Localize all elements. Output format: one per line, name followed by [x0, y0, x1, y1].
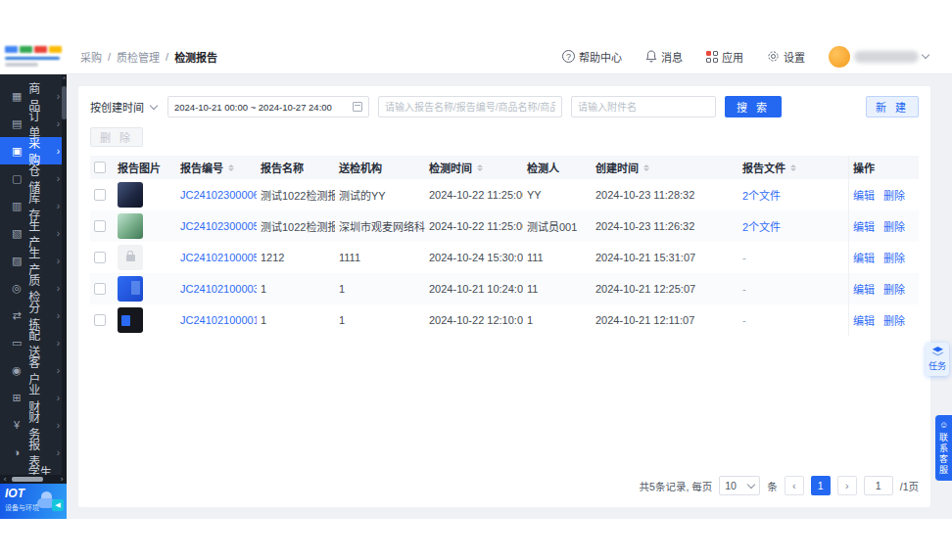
row-checkbox[interactable] — [94, 252, 106, 263]
time-field-value: 按创建时间 — [90, 99, 144, 115]
messages-button[interactable]: 消息 — [645, 49, 683, 65]
apps-button[interactable]: 应用 — [706, 49, 743, 65]
edit-link[interactable]: 编辑 — [853, 187, 875, 203]
sidebar-item-procurement[interactable]: ▣ 采购 › — [0, 137, 67, 164]
col-files[interactable]: 报告文件 — [738, 156, 848, 179]
customers-icon: ◉ — [11, 364, 23, 377]
sidebar-item-quality[interactable]: ◎ 质检 › — [0, 274, 67, 302]
files-empty: - — [742, 283, 746, 295]
test-time: 2024-10-22 11:25:00 — [425, 210, 523, 242]
pagination-unit: 条 — [767, 479, 778, 493]
search-button[interactable]: 搜 索 — [725, 96, 782, 117]
main-content: 按创建时间 搜 索 新 建 删 除 — [67, 74, 952, 519]
breadcrumb-item[interactable]: 质检管理 — [117, 49, 160, 65]
sidebar-item-orders[interactable]: ▤ 订单 › — [0, 110, 67, 137]
user-menu[interactable] — [829, 46, 928, 68]
chevron-right-icon: › — [57, 283, 60, 294]
help-center-button[interactable]: ? 帮助中心 — [562, 49, 622, 65]
created-at: 2024-10-23 11:28:32 — [592, 179, 738, 210]
delete-link[interactable]: 删除 — [883, 281, 905, 297]
prev-page-button[interactable]: ‹ — [785, 476, 804, 495]
report-image-locked[interactable] — [118, 245, 143, 270]
delete-link[interactable]: 删除 — [883, 312, 905, 328]
sidebar-item-customers[interactable]: ◉ 客户 › — [0, 356, 67, 384]
edit-link[interactable]: 编辑 — [853, 312, 875, 328]
cloud-icon: ◀ — [37, 491, 65, 511]
tasks-widget[interactable]: 任务 — [926, 343, 949, 376]
sort-icon[interactable] — [477, 164, 483, 171]
date-range-picker[interactable] — [167, 96, 369, 117]
next-page-button[interactable]: › — [837, 476, 857, 495]
report-no-link[interactable]: JC24102300006 — [180, 189, 257, 201]
report-no-link[interactable]: JC24102100005 — [180, 252, 257, 263]
breadcrumb-item[interactable]: 采购 — [80, 49, 102, 65]
report-image-portrait[interactable] — [118, 182, 143, 208]
edit-link[interactable]: 编辑 — [853, 218, 875, 234]
row-checkbox[interactable] — [94, 314, 106, 326]
files-link[interactable]: 2个文件 — [742, 218, 781, 234]
row-checkbox[interactable] — [94, 283, 106, 295]
sidebar-item-delivery[interactable]: ▭ 配送 › — [0, 329, 67, 356]
scrollbar-thumb[interactable] — [12, 477, 43, 482]
col-actions: 操作 — [848, 156, 919, 179]
customer-service-widget[interactable]: ☺ 联系客服 — [935, 415, 952, 481]
row-checkbox[interactable] — [94, 220, 106, 232]
report-image-dark-cover[interactable] — [118, 307, 143, 333]
col-created-at[interactable]: 创建时间 — [592, 156, 738, 179]
chevron-right-icon: › — [57, 447, 60, 458]
delete-link[interactable]: 删除 — [883, 218, 905, 234]
sidebar-item-bizfinance[interactable]: ⊞ 业财 › — [0, 384, 67, 411]
sort-icon[interactable] — [643, 164, 649, 171]
current-page-button[interactable]: 1 — [811, 476, 831, 495]
delete-link[interactable]: 删除 — [883, 187, 905, 203]
delete-link[interactable]: 删除 — [883, 250, 905, 265]
sidebar-item-production-2[interactable]: ▨ 生产 › — [0, 247, 67, 274]
test-time: 2024-10-22 12:10:00 — [425, 304, 523, 336]
test-time: 2024-10-24 15:30:00 — [425, 242, 523, 273]
filter-bar: 按创建时间 搜 索 新 建 — [90, 95, 919, 118]
edit-link[interactable]: 编辑 — [853, 250, 875, 265]
brand-logo — [0, 46, 67, 67]
select-all-checkbox[interactable] — [94, 162, 106, 173]
logo-text-blur — [5, 63, 38, 67]
sidebar-item-warehousing[interactable]: ▢ 仓储 › — [0, 164, 67, 192]
sort-icon[interactable] — [790, 164, 796, 171]
calendar-icon — [353, 102, 362, 112]
sidebar-item-reports[interactable]: ◑ 报表 › — [0, 439, 67, 466]
time-field-select[interactable]: 按创建时间 — [90, 99, 159, 115]
chevron-right-icon: › — [57, 91, 60, 102]
edit-link[interactable]: 编辑 — [853, 281, 875, 297]
production-icon: ▧ — [11, 227, 23, 240]
report-image-blue-cover[interactable] — [118, 276, 143, 302]
iot-banner[interactable]: IOT 设备与环境 ◀ — [0, 484, 67, 519]
sidebar-item-production-1[interactable]: ▧ 生产 › — [0, 219, 67, 247]
sidebar-item-finance[interactable]: ¥ 财务 › — [0, 411, 67, 439]
col-test-time[interactable]: 检测时间 — [425, 156, 523, 179]
play-icon: ◀ — [52, 499, 64, 511]
report-image-illustration[interactable] — [118, 213, 143, 239]
page-jump-input[interactable] — [864, 476, 893, 495]
tester: YY — [523, 179, 592, 210]
attachment-search-input[interactable] — [571, 96, 716, 117]
scroll-right-icon[interactable]: › — [57, 475, 67, 484]
report-no-link[interactable]: JC24102100003 — [180, 283, 257, 295]
test-time: 2024-10-22 11:25:00 — [425, 179, 523, 210]
col-report-no[interactable]: 报告编号 — [176, 156, 257, 179]
delete-button[interactable]: 删 除 — [90, 127, 143, 147]
report-no-link[interactable]: JC24102100001 — [180, 314, 257, 326]
sort-icon[interactable] — [228, 164, 234, 171]
sidebar-item-sorting[interactable]: ⇄ 分拣 › — [0, 302, 67, 329]
new-report-button[interactable]: 新 建 — [866, 96, 919, 117]
report-no-link[interactable]: JC24102300005 — [180, 220, 257, 232]
sidebar-item-inventory[interactable]: ▥ 库存 › — [0, 192, 67, 219]
files-link[interactable]: 2个文件 — [742, 187, 781, 203]
page-size-select[interactable]: 10 — [719, 476, 760, 495]
date-range-input[interactable] — [174, 102, 349, 113]
tester: 1 — [523, 304, 592, 336]
row-checkbox[interactable] — [94, 189, 106, 201]
settings-button[interactable]: 设置 — [767, 49, 805, 65]
keyword-search-input[interactable] — [378, 96, 562, 117]
scroll-left-icon[interactable]: ‹ — [0, 475, 10, 484]
sidebar-item-goods[interactable]: ▦ 商品 › — [0, 82, 67, 110]
sidebar-horizontal-scrollbar[interactable]: ‹ › — [0, 475, 67, 484]
